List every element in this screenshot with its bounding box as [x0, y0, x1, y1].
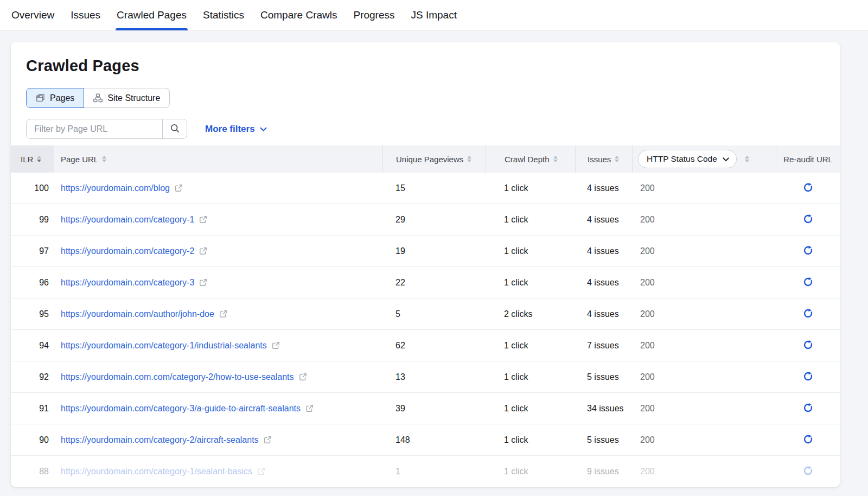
crawl-depth-value: 1 click	[486, 435, 575, 445]
page-url-link[interactable]: https://yourdomain.com/blog	[61, 183, 170, 193]
crawl-depth-value: 1 click	[486, 215, 575, 225]
http-status-value[interactable]: 200	[640, 246, 655, 256]
ilr-value: 96	[11, 278, 54, 288]
tab-progress[interactable]: Progress	[353, 0, 394, 30]
crawl-depth-value: 1 click	[486, 372, 575, 382]
ilr-value: 92	[11, 372, 54, 382]
column-header-crawl-depth[interactable]: Crawl Depth	[486, 145, 575, 173]
table-body: 100 https://yourdomain.com/blog 15 1 cli…	[11, 173, 840, 487]
column-label-crawl-depth: Crawl Depth	[505, 155, 550, 164]
http-status-cell: 200	[632, 215, 776, 225]
site-structure-icon	[93, 93, 103, 103]
page-url-cell: https://yourdomain.com/category-2	[54, 246, 382, 256]
page-url-link[interactable]: https://yourdomain.com/category-1/sealan…	[61, 467, 252, 476]
unique-pageviews-value: 13	[382, 372, 486, 382]
crawled-pages-card: Crawled Pages Pages	[11, 42, 840, 487]
re-audit-cell	[776, 182, 840, 194]
http-status-value[interactable]: 200	[640, 404, 655, 414]
more-filters-button[interactable]: More filters	[205, 124, 267, 135]
external-link-icon[interactable]	[199, 247, 207, 255]
pages-toggle-button[interactable]: Pages	[26, 88, 84, 108]
tab-issues[interactable]: Issues	[71, 0, 100, 30]
external-link-icon[interactable]	[264, 436, 272, 444]
column-label-unique-pageviews: Unique Pageviews	[396, 155, 463, 164]
re-audit-button[interactable]	[803, 308, 813, 320]
external-link-icon[interactable]	[305, 404, 314, 412]
site-structure-toggle-button[interactable]: Site Structure	[84, 88, 170, 108]
page-url-link[interactable]: https://yourdomain.com.com/category-2/ho…	[61, 372, 294, 382]
re-audit-button[interactable]	[803, 466, 813, 478]
page-url-filter-input[interactable]	[27, 119, 162, 138]
sort-icon-crawl-depth	[553, 156, 558, 162]
re-audit-cell	[776, 403, 840, 415]
column-header-unique-pageviews[interactable]: Unique Pageviews	[382, 145, 486, 173]
http-status-value[interactable]: 200	[640, 372, 655, 382]
pages-toggle-label: Pages	[50, 93, 74, 103]
crawl-depth-value: 2 clicks	[486, 309, 575, 319]
external-link-icon[interactable]	[199, 278, 207, 287]
sort-icon-http-status-code[interactable]	[745, 156, 749, 162]
http-status-cell: 200	[632, 404, 776, 414]
ilr-value: 97	[11, 246, 54, 256]
re-audit-cell	[776, 277, 840, 289]
http-status-value[interactable]: 200	[640, 435, 655, 445]
sort-icon-ilr	[37, 156, 41, 162]
ilr-value: 95	[11, 309, 54, 319]
page-url-cell: https://yourdomain.com.com/category-2/ho…	[54, 372, 382, 382]
re-audit-cell	[776, 466, 840, 478]
issues-value: 7 issues	[575, 341, 632, 351]
unique-pageviews-value: 19	[382, 246, 486, 256]
http-status-value[interactable]: 200	[640, 278, 655, 288]
tab-compare-crawls[interactable]: Compare Crawls	[260, 0, 337, 30]
external-link-icon[interactable]	[257, 467, 265, 475]
ilr-value: 90	[11, 435, 54, 445]
re-audit-cell	[776, 340, 840, 352]
sort-icon-issues	[615, 156, 619, 162]
re-audit-button[interactable]	[803, 245, 813, 257]
http-status-cell: 200	[632, 183, 776, 193]
page-url-link[interactable]: https://yourdomain.com/category-3/a-guid…	[61, 404, 301, 414]
page-title: Crawled Pages	[26, 57, 840, 75]
page-url-link[interactable]: https://yourdomain.com/category-1/indust…	[61, 341, 267, 351]
tab-statistics[interactable]: Statistics	[203, 0, 244, 30]
page-url-link[interactable]: https://yourdomain.com/category-3	[61, 278, 194, 288]
re-audit-button[interactable]	[803, 371, 813, 383]
page-url-link[interactable]: https://yourdomain.com/category-2	[61, 246, 194, 256]
table-row: 94 https://yourdomain.com/category-1/ind…	[11, 330, 840, 361]
page-url-link[interactable]: https://yourdomain.com/author/john-doe	[61, 309, 214, 319]
http-status-value[interactable]: 200	[640, 467, 655, 476]
tab-js-impact[interactable]: JS Impact	[411, 0, 457, 30]
http-status-value[interactable]: 200	[640, 183, 655, 193]
tab-crawled-pages[interactable]: Crawled Pages	[117, 0, 187, 30]
page-url-link[interactable]: https://yourdomain.com/category-2/aircra…	[61, 435, 259, 445]
issues-value: 5 issues	[575, 435, 632, 445]
column-header-page-url[interactable]: Page URL	[54, 145, 382, 173]
table-row: 96 https://yourdomain.com/category-3 22 …	[11, 267, 840, 298]
page-url-link[interactable]: https://yourdomain.com/category-1	[61, 215, 194, 225]
external-link-icon[interactable]	[199, 215, 207, 224]
page-url-cell: https://yourdomain.com/category-3/a-guid…	[54, 404, 382, 414]
http-status-value[interactable]: 200	[640, 215, 655, 225]
table-row: 99 https://yourdomain.com/category-1 29 …	[11, 204, 840, 236]
tab-overview[interactable]: Overview	[11, 0, 54, 30]
external-link-icon[interactable]	[299, 373, 307, 381]
column-label-issues: Issues	[588, 155, 611, 164]
re-audit-button[interactable]	[803, 277, 813, 289]
re-audit-button[interactable]	[803, 340, 813, 352]
http-status-code-dropdown[interactable]: HTTP Status Code	[638, 150, 737, 168]
http-status-value[interactable]: 200	[640, 341, 655, 351]
re-audit-button[interactable]	[803, 403, 813, 415]
page-url-cell: https://yourdomain.com/author/john-doe	[54, 309, 382, 319]
http-status-value[interactable]: 200	[640, 309, 655, 319]
external-link-icon[interactable]	[219, 310, 227, 318]
external-link-icon[interactable]	[175, 184, 183, 192]
re-audit-button[interactable]	[803, 214, 813, 226]
re-audit-button[interactable]	[803, 182, 813, 194]
unique-pageviews-value: 39	[382, 404, 486, 414]
search-button[interactable]	[162, 119, 187, 138]
external-link-icon[interactable]	[272, 341, 280, 349]
column-header-issues[interactable]: Issues	[575, 145, 632, 173]
crawl-depth-value: 1 click	[486, 467, 575, 476]
column-header-ilr[interactable]: ILR	[11, 145, 54, 173]
re-audit-button[interactable]	[803, 434, 813, 446]
